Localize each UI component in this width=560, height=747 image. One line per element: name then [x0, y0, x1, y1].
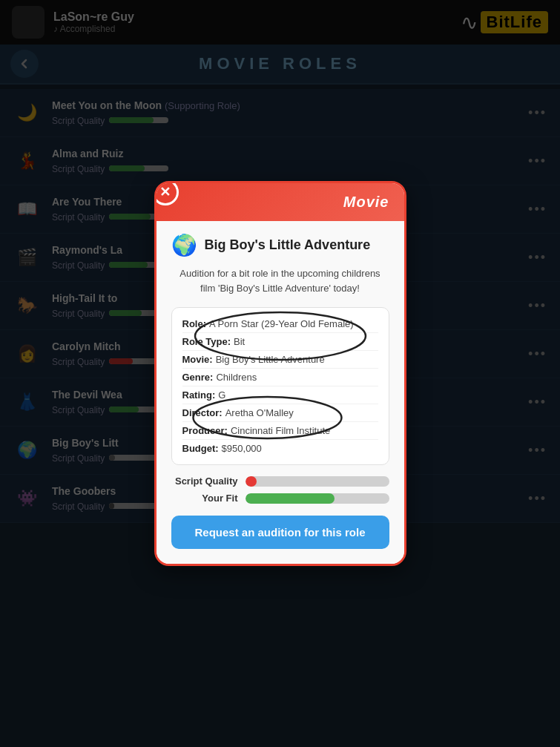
your-fit-track: [246, 493, 389, 504]
producer-value: Cincinnati Film Institute: [231, 425, 330, 436]
role-details-card: Role: A Porn Star (29-Year Old Female) R…: [171, 307, 389, 465]
modal-description: Audition for a bit role in the upcoming …: [171, 266, 389, 295]
role-label: Role:: [182, 318, 207, 329]
role-detail-modal: ✕ Movie 🌍 Big Boy's Little Adventure Aud…: [154, 181, 406, 566]
movie-detail-value: Big Boy's Little Adventure: [216, 354, 325, 365]
script-quality-track: [246, 476, 389, 487]
script-quality-fill: [246, 476, 257, 487]
producer-row: Producer: Cincinnati Film Institute: [182, 422, 378, 440]
movie-emoji: 🌍: [171, 233, 197, 257]
rating-label: Rating:: [182, 389, 216, 401]
modal-overlay: ✕ Movie 🌍 Big Boy's Little Adventure Aud…: [0, 0, 560, 747]
movie-row: Movie: Big Boy's Little Adventure: [182, 351, 378, 369]
rating-row: Rating: G: [182, 386, 378, 404]
budget-label: Budget:: [182, 443, 219, 454]
genre-row: Genre: Childrens: [182, 369, 378, 386]
role-type-value: Bit: [234, 336, 245, 347]
close-icon: ✕: [159, 185, 171, 199]
role-type-row: Role Type: Bit: [182, 333, 378, 351]
role-row: Role: A Porn Star (29-Year Old Female): [182, 315, 378, 333]
your-fit-fill: [246, 493, 335, 504]
genre-value: Childrens: [216, 372, 257, 383]
modal-header: Movie: [157, 183, 404, 221]
script-quality-row: Script Quality: [171, 475, 389, 487]
script-quality-label: Script Quality: [171, 475, 238, 487]
producer-label: Producer:: [182, 425, 228, 436]
role-value: A Porn Star (29-Year Old Female): [209, 318, 354, 329]
rating-value: G: [218, 389, 225, 401]
modal-header-title: Movie: [343, 194, 389, 210]
director-row: Director: Aretha O'Malley: [182, 404, 378, 422]
budget-value: $950,000: [222, 443, 262, 454]
modal-body: 🌍 Big Boy's Little Adventure Audition fo…: [157, 221, 404, 564]
modal-movie-name: Big Boy's Little Adventure: [205, 237, 371, 253]
director-value: Aretha O'Malley: [225, 407, 294, 418]
your-fit-row: Your Fit: [171, 493, 389, 504]
movie-detail-label: Movie:: [182, 354, 213, 365]
your-fit-label: Your Fit: [171, 493, 238, 504]
role-type-label: Role Type:: [182, 336, 231, 347]
genre-label: Genre:: [182, 372, 214, 383]
modal-title-row: 🌍 Big Boy's Little Adventure: [171, 233, 389, 257]
quality-section: Script Quality Your Fit: [171, 475, 389, 504]
request-audition-button[interactable]: Request an audition for this role: [171, 516, 389, 549]
budget-row: Budget: $950,000: [182, 440, 378, 457]
director-label: Director:: [182, 407, 223, 418]
